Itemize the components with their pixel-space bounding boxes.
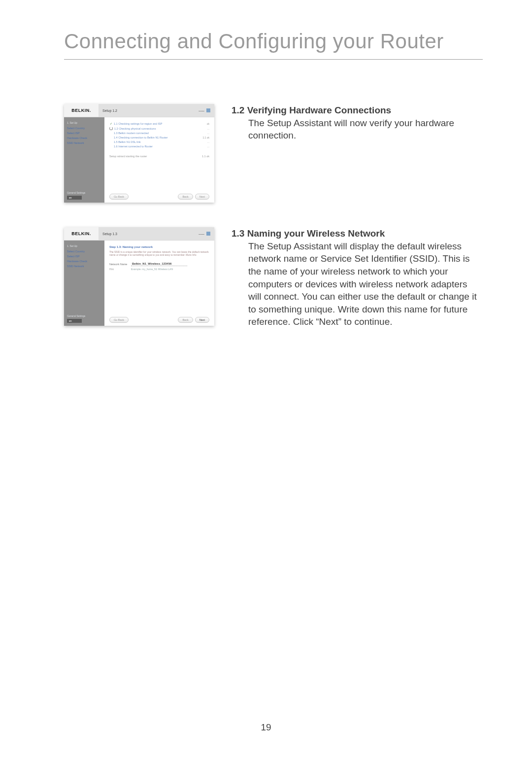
belkin-logo: BELKIN. <box>64 104 99 117</box>
progress-row: Setup wizard starting the router 1.1 ok <box>109 155 209 158</box>
hint-text: Example: my_home_N1 Wireless LAN <box>131 268 173 271</box>
shot-main-hardware: ✓1.1 Checking settings for region and IS… <box>104 117 214 203</box>
page: Connecting and Configuring your Router B… <box>0 0 532 760</box>
checklist-text: 1.4 Checking connection to Belkin N1 Rou… <box>114 136 167 139</box>
ssid-description: The SSID is a unique identifier for your… <box>109 250 209 256</box>
sidebar-link-isp[interactable]: Select ISP <box>67 255 101 258</box>
sidebar-group-general: General Settings <box>67 314 85 317</box>
shot-titlebar: BELKIN. Setup 1.3 ––– <box>64 227 214 241</box>
checklist-row: •1.5 Belkin N1 DSL link ... <box>109 140 209 143</box>
section-1-3-text: 1.3 Naming your Wireless Network The Set… <box>232 227 483 328</box>
shot-window-title-text: Setup 1.2 <box>102 109 117 112</box>
section-number: 1.2 <box>232 104 244 117</box>
network-name-row: Network Name <box>109 262 209 266</box>
section-body: The Setup Assistant will display the def… <box>248 240 483 328</box>
checklist-text: 1.6 Internet connected to Router <box>114 145 153 148</box>
close-icon[interactable] <box>206 232 210 236</box>
checklist-text: 1.1 Checking settings for region and ISP <box>114 122 162 125</box>
check-icon: ✓ <box>109 122 112 125</box>
shot-body: 1. Set Up Select Country Select ISP Hard… <box>64 241 214 326</box>
sidebar-link-country[interactable]: Select Country <box>67 127 101 130</box>
button-row: Go Back Back Next <box>109 190 209 200</box>
progress-status: 1.1 ok <box>202 155 209 158</box>
button-row: Go Back Back Next <box>109 313 209 323</box>
shot-window-title-text: Setup 1.3 <box>102 232 117 236</box>
page-number: 19 <box>0 722 532 733</box>
checklist-text: 1.2 Checking physical connections <box>114 127 156 130</box>
shot-window-controls: ––– <box>199 108 210 112</box>
go-back-button[interactable]: Go Back <box>109 317 129 323</box>
next-button[interactable]: Next <box>195 194 209 200</box>
progress-label: Setup wizard starting the router <box>109 155 147 158</box>
hardware-checklist: ✓1.1 Checking settings for region and IS… <box>109 122 209 148</box>
next-button[interactable]: Next <box>195 317 209 323</box>
checklist-status: ... <box>207 140 209 143</box>
sidebar-group-setup: 1. Set Up <box>67 244 101 247</box>
checklist-text: 1.3 Belkin modem connected <box>114 132 149 135</box>
hint-label: Hint <box>109 268 128 271</box>
checklist-row: ✓1.1 Checking settings for region and IS… <box>109 122 209 125</box>
sidebar-group-setup: 1. Set Up <box>67 121 101 124</box>
checklist-row: 1.2 Checking physical connections ... <box>109 127 209 130</box>
section-1-2-text: 1.2 Verifying Hardware Connections The S… <box>232 104 483 142</box>
section-heading: Naming your Wireless Network <box>247 228 385 239</box>
checklist-status: ok <box>207 122 209 125</box>
section-1-3: BELKIN. Setup 1.3 ––– 1. Set Up Select C… <box>64 227 483 328</box>
section-heading: Verifying Hardware Connections <box>247 105 391 115</box>
checklist-status: ... <box>207 145 209 148</box>
checklist-row: •1.4 Checking connection to Belkin N1 Ro… <box>109 136 209 139</box>
language-selector[interactable]: en <box>67 196 82 200</box>
checklist-row: •1.6 Internet connected to Router ... <box>109 145 209 148</box>
belkin-logo: BELKIN. <box>64 227 99 240</box>
close-icon[interactable] <box>206 108 210 112</box>
ssid-step-header: Step 1.3: Naming your network <box>109 245 209 248</box>
back-button[interactable]: Back <box>178 194 193 200</box>
shot-body: 1. Set Up Select Country Select ISP Hard… <box>64 117 214 203</box>
checklist-text: 1.5 Belkin N1 DSL link <box>114 140 141 143</box>
shot-window-controls: ––– <box>199 232 210 236</box>
sidebar-link-hwcheck[interactable]: Hardware Check <box>67 137 101 139</box>
checklist-status: ... <box>207 132 209 135</box>
checklist-status: 1.1 ok <box>202 136 209 139</box>
shot-sidebar: 1. Set Up Select Country Select ISP Hard… <box>64 241 104 326</box>
sidebar-link-country[interactable]: Select Country <box>67 250 101 253</box>
sidebar-link-isp[interactable]: Select ISP <box>67 132 101 135</box>
network-name-input[interactable] <box>131 262 187 266</box>
section-number: 1.3 <box>232 227 244 240</box>
shot-main-ssid: Step 1.3: Naming your network The SSID i… <box>104 241 214 326</box>
shot-window-title: Setup 1.3 ––– <box>99 227 214 240</box>
shot-titlebar: BELKIN. Setup 1.2 ––– <box>64 104 214 117</box>
minimize-icon[interactable]: ––– <box>199 109 204 112</box>
sidebar-group-general: General Settings <box>67 191 85 194</box>
shot-window-title: Setup 1.2 ––– <box>99 104 214 117</box>
sidebar-link-ssid[interactable]: SSID Network <box>67 265 101 268</box>
sidebar-link-ssid[interactable]: SSID Network <box>67 141 101 144</box>
section-1-2: BELKIN. Setup 1.2 ––– 1. Set Up Select C… <box>64 104 483 203</box>
checklist-status: ... <box>207 127 209 130</box>
hint-row: Hint Example: my_home_N1 Wireless LAN <box>109 268 209 271</box>
minimize-icon[interactable]: ––– <box>199 232 204 236</box>
screenshot-ssid: BELKIN. Setup 1.3 ––– 1. Set Up Select C… <box>64 227 214 326</box>
language-selector[interactable]: en <box>67 319 82 323</box>
sidebar-bottom: General Settings en <box>67 191 85 200</box>
spinner-icon <box>109 127 113 130</box>
screenshot-hardware-check: BELKIN. Setup 1.2 ––– 1. Set Up Select C… <box>64 104 214 203</box>
shot-sidebar: 1. Set Up Select Country Select ISP Hard… <box>64 117 104 203</box>
checklist-row: •1.3 Belkin modem connected ... <box>109 132 209 135</box>
network-name-label: Network Name <box>109 263 128 266</box>
sidebar-link-hwcheck[interactable]: Hardware Check <box>67 260 101 263</box>
page-title: Connecting and Configuring your Router <box>64 30 483 60</box>
go-back-button[interactable]: Go Back <box>109 194 129 200</box>
ssid-description-text: The SSID is a unique identifier for your… <box>109 250 209 256</box>
section-body: The Setup Assistant will now verify your… <box>248 117 483 142</box>
sidebar-bottom: General Settings en <box>67 314 85 323</box>
back-button[interactable]: Back <box>178 317 193 323</box>
